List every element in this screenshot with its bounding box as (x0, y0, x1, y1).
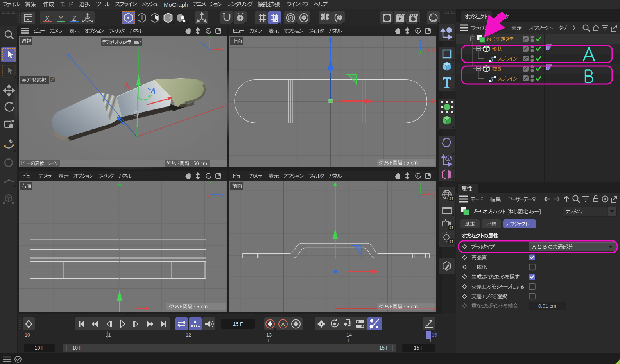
svg-text:10 F: 10 F (72, 345, 82, 351)
svg-text:14: 14 (346, 332, 352, 338)
svg-text:X: X (221, 47, 224, 52)
svg-text:10: 10 (25, 332, 30, 338)
svg-text:A: A (281, 321, 285, 327)
svg-text:Y: Y (419, 181, 422, 186)
svg-text:MoGraph: MoGraph (164, 1, 188, 8)
svg-text:X: X (207, 194, 210, 198)
svg-text:15 F: 15 F (233, 321, 243, 327)
svg-text:11: 11 (106, 332, 111, 338)
svg-text:Z: Z (200, 39, 202, 44)
svg-text:12: 12 (186, 332, 191, 338)
svg-text:10 F: 10 F (34, 345, 44, 351)
svg-text:Y: Y (208, 181, 211, 186)
svg-text:ST: ST (449, 226, 453, 230)
svg-text:Y: Y (208, 35, 211, 40)
svg-text:Y: Y (418, 52, 421, 57)
svg-text:ST: ST (449, 240, 453, 244)
svg-text:ST: ST (449, 197, 453, 201)
svg-text:X: X (432, 48, 435, 52)
svg-text:15 F: 15 F (414, 345, 423, 351)
svg-text:X: X (432, 192, 435, 197)
svg-text:15 F: 15 F (379, 345, 389, 351)
svg-text:13: 13 (266, 332, 272, 338)
svg-text:Z: Z (419, 37, 422, 41)
svg-text:A: A (194, 319, 197, 324)
svg-text:15: 15 (432, 332, 437, 338)
svg-text:Z: Z (222, 192, 224, 197)
svg-text:Z: Z (418, 194, 420, 199)
svg-text:0.01 cm: 0.01 cm (538, 303, 556, 309)
